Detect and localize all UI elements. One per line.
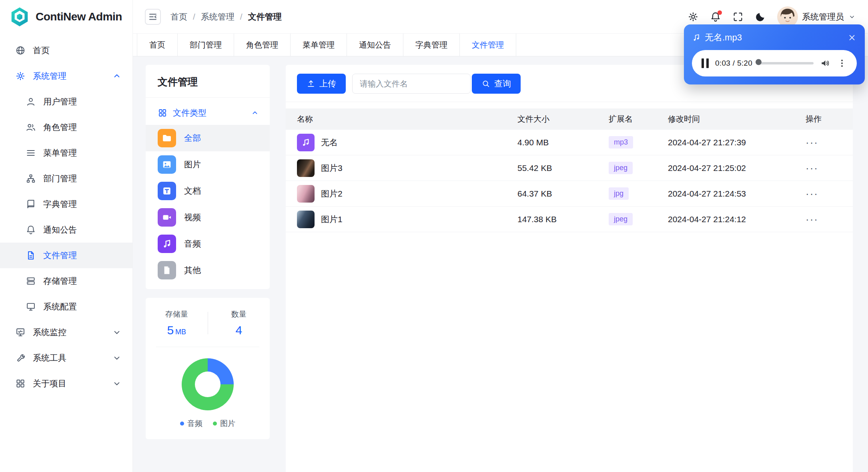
image-thumbnail [297, 211, 315, 228]
file-type-image[interactable]: 图片 [146, 151, 270, 178]
tab-home[interactable]: 首页 [137, 34, 178, 56]
column-name: 名称 [297, 114, 517, 125]
tab-label: 字典管理 [415, 40, 447, 50]
notification-bell-icon[interactable] [710, 11, 721, 22]
file-type-label: 文档 [184, 185, 201, 197]
toolbar-separator [286, 102, 853, 102]
storage-stats-card: 存储量 5MB 数量 4 音频 图片 [146, 298, 270, 439]
file-icon [158, 261, 176, 279]
row-actions-button[interactable]: ··· [806, 214, 853, 225]
sidebar-item-department-management[interactable]: 部门管理 [0, 166, 132, 191]
wrench-icon [15, 353, 26, 363]
sidebar-item-storage-management[interactable]: 存储管理 [0, 268, 132, 294]
sidebar-item-file-management[interactable]: 文件管理 [0, 243, 132, 268]
sidebar-item-notifications[interactable]: 通知公告 [0, 217, 132, 243]
legend-item-image: 图片 [213, 418, 235, 429]
sidebar-item-label: 系统监控 [33, 327, 66, 338]
video-camera-icon [158, 208, 176, 227]
header-actions: 系统管理员 [688, 6, 856, 27]
sidebar-item-label: 关于项目 [33, 378, 66, 389]
file-name: 图片1 [321, 214, 343, 225]
audio-player-popup: 无名.mp3 0:03 / 5:20 [684, 24, 865, 84]
image-thumbnail [297, 185, 315, 203]
row-actions-button[interactable]: ··· [806, 189, 853, 199]
breadcrumb-item-system[interactable]: 系统管理 [201, 11, 235, 22]
file-list-card: 上传 查询 名称 文件大小 扩展名 修改时间 [286, 65, 853, 472]
file-type-other[interactable]: 其他 [146, 257, 270, 283]
app-title: ContiNew Admin [36, 10, 122, 23]
sidebar-item-system-monitor[interactable]: 系统监控 [0, 319, 132, 345]
sidebar-item-label: 系统工具 [33, 352, 66, 364]
sidebar-item-system-management[interactable]: 系统管理 [0, 63, 132, 89]
search-icon [481, 79, 490, 88]
breadcrumb-separator: / [193, 12, 195, 22]
audio-player-header: 无名.mp3 [692, 32, 857, 44]
file-type-video[interactable]: 视频 [146, 204, 270, 231]
file-type-all[interactable]: 全部 [146, 125, 270, 151]
count-value: 4 [208, 323, 270, 337]
sidebar-item-label: 菜单管理 [43, 147, 77, 159]
sidebar-item-label: 系统管理 [33, 70, 66, 82]
sidebar-item-label: 通知公告 [43, 224, 77, 235]
dark-mode-moon-icon[interactable] [755, 11, 766, 22]
sidebar-item-menu-management[interactable]: 菜单管理 [0, 140, 132, 166]
sidebar-item-label: 文件管理 [43, 250, 77, 261]
storage-unit: MB [175, 328, 186, 336]
fullscreen-icon[interactable] [732, 11, 744, 22]
sidebar-item-role-management[interactable]: 角色管理 [0, 114, 132, 140]
table-row: 图片1 147.38 KB jpeg 2024-04-27 21:24:12 ·… [286, 207, 853, 232]
sidebar-collapse-button[interactable] [145, 9, 161, 25]
row-actions-button[interactable]: ··· [806, 137, 853, 148]
query-button[interactable]: 查询 [472, 74, 521, 94]
breadcrumb: 首页 / 系统管理 / 文件管理 [170, 11, 282, 22]
breadcrumb-item-home[interactable]: 首页 [170, 11, 187, 22]
sidebar-item-system-config[interactable]: 系统配置 [0, 294, 132, 319]
file-modified-time: 2024-04-27 21:24:53 [668, 189, 806, 199]
row-actions-button[interactable]: ··· [806, 163, 853, 173]
tab-department[interactable]: 部门管理 [178, 34, 234, 56]
column-extension: 扩展名 [609, 114, 668, 125]
tab-notice[interactable]: 通知公告 [347, 34, 403, 56]
breadcrumb-separator: / [240, 12, 243, 22]
file-type-audio[interactable]: 音频 [146, 231, 270, 257]
chart-legend: 音频 图片 [180, 418, 235, 429]
extension-badge: jpeg [609, 162, 633, 174]
tab-dictionary[interactable]: 字典管理 [403, 34, 460, 56]
users-icon [26, 122, 36, 133]
settings-icon[interactable] [688, 11, 699, 22]
file-type-document[interactable]: 文档 [146, 178, 270, 204]
tab-label: 文件管理 [472, 40, 504, 50]
close-icon[interactable] [847, 33, 857, 42]
book-icon [26, 199, 36, 209]
legend-item-audio: 音频 [180, 418, 202, 429]
avatar[interactable] [777, 6, 798, 27]
stats-separator [156, 347, 259, 347]
upload-button[interactable]: 上传 [297, 74, 346, 94]
sidebar-item-user-management[interactable]: 用户管理 [0, 89, 132, 114]
storage-value: 5 [167, 323, 174, 337]
file-size: 55.42 KB [517, 163, 609, 173]
storage-icon [26, 276, 36, 286]
sidebar-item-about-project[interactable]: 关于项目 [0, 371, 132, 396]
monitor-pulse-icon [15, 327, 26, 337]
breadcrumb-item-current: 文件管理 [248, 11, 282, 22]
file-size: 64.37 KB [517, 189, 609, 199]
extension-badge: jpeg [609, 213, 633, 225]
sidebar-item-system-tools[interactable]: 系统工具 [0, 345, 132, 371]
user-menu[interactable]: 系统管理员 [777, 6, 856, 27]
sidebar-item-home[interactable]: 首页 [0, 38, 132, 63]
volume-icon[interactable] [820, 58, 830, 68]
tab-role[interactable]: 角色管理 [234, 34, 291, 56]
file-types-heading[interactable]: 文件类型 [146, 98, 270, 125]
sidebar-item-dictionary-management[interactable]: 字典管理 [0, 191, 132, 217]
legend-label: 音频 [187, 418, 202, 429]
tab-file-management[interactable]: 文件管理 [460, 34, 516, 56]
pause-button[interactable] [702, 58, 709, 68]
kebab-menu-icon[interactable] [837, 58, 847, 68]
folder-icon [158, 129, 176, 147]
search-input[interactable] [352, 74, 471, 94]
tab-menu[interactable]: 菜单管理 [291, 34, 347, 56]
file-modified-time: 2024-04-27 21:27:39 [668, 138, 806, 147]
audio-progress-slider[interactable] [759, 62, 814, 64]
file-size: 4.90 MB [517, 138, 609, 147]
